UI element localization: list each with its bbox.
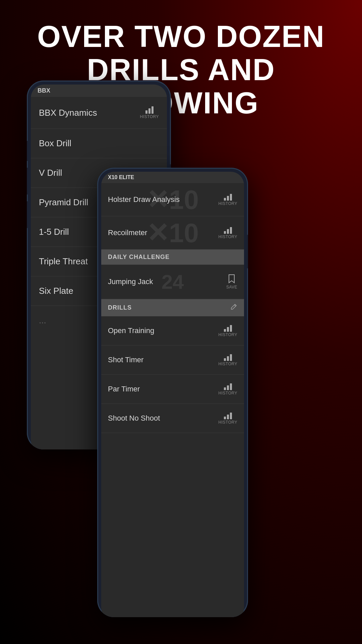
history-label: HISTORY (219, 420, 237, 425)
drill-name: 1-5 Drill (39, 227, 69, 237)
edit-icon[interactable] (230, 303, 237, 312)
drill-name: V Drill (39, 168, 62, 178)
history-label: HISTORY (219, 362, 237, 366)
section-label: DAILY CHALLENGE (108, 254, 170, 261)
drill-name: Open Training (108, 326, 154, 335)
drill-name: Shoot No Shoot (108, 414, 160, 423)
list-item[interactable]: 24 Jumping Jack SAVE (101, 265, 244, 299)
drill-name: Six Plate (39, 286, 73, 296)
history-label: HISTORY (140, 114, 159, 119)
back-phone-status: BBX (31, 85, 167, 97)
drills-header: DRILLS (101, 299, 244, 316)
history-label: HISTORY (219, 234, 237, 239)
x10-watermark: ✕10 (146, 217, 199, 249)
headline-line1: OVER TWO DOZEN (27, 20, 335, 53)
drill-name: Recoilmeter (108, 228, 147, 237)
history-label: HISTORY (219, 332, 237, 337)
list-item[interactable]: ✕10 Recoilmeter HISTORY (101, 216, 244, 250)
history-button[interactable]: HISTORY (219, 412, 237, 425)
daily-challenge-header: DAILY CHALLENGE (101, 250, 244, 265)
list-item[interactable]: Par Timer HISTORY (101, 375, 244, 404)
drill-name: Holster Draw Analysis (108, 195, 180, 204)
drill-name: Box Drill (39, 138, 71, 149)
save-label: SAVE (226, 285, 237, 289)
history-button[interactable]: HISTORY (219, 383, 237, 395)
history-button[interactable]: HISTORY (219, 226, 237, 239)
drill-name: BBX Dynamics (39, 108, 97, 118)
save-button[interactable]: SAVE (226, 274, 237, 289)
drill-name: Par Timer (108, 385, 140, 393)
drill-name: Shot Timer (108, 356, 143, 364)
section-label: DRILLS (108, 304, 132, 311)
watermark-24: 24 (162, 270, 184, 293)
drill-name: ... (39, 315, 46, 326)
drill-name: Pyramid Drill (39, 197, 88, 208)
list-item[interactable]: ✕10 Holster Draw Analysis HISTORY (101, 183, 244, 216)
list-item[interactable]: Box Drill (31, 129, 167, 158)
history-label: HISTORY (219, 201, 237, 206)
list-item[interactable]: Shot Timer HISTORY (101, 345, 244, 375)
list-item[interactable]: Open Training HISTORY (101, 316, 244, 345)
history-button[interactable]: HISTORY (219, 354, 237, 366)
drill-name: Jumping Jack (108, 277, 153, 286)
drill-name: Triple Threat (39, 256, 88, 267)
history-button[interactable]: HISTORY (219, 193, 237, 206)
front-phone-status: X10 ELITE (101, 172, 244, 183)
history-label: HISTORY (219, 391, 237, 395)
list-item[interactable]: BBX Dynamics HISTORY (31, 97, 167, 129)
list-item[interactable]: Shoot No Shoot HISTORY (101, 404, 244, 433)
history-button[interactable]: HISTORY (140, 106, 159, 119)
phone-front: X10 ELITE ✕10 Holster Draw Analysis HIST… (97, 168, 248, 617)
history-button[interactable]: HISTORY (219, 324, 237, 337)
